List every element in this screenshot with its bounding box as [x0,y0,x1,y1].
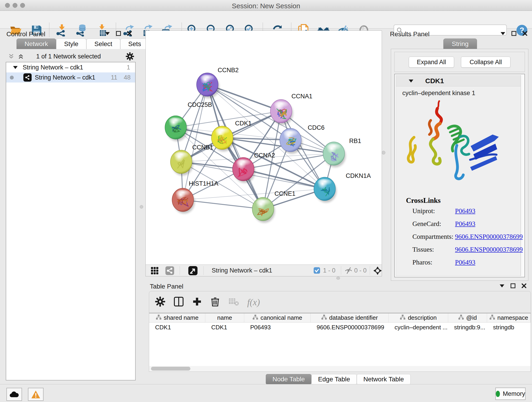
network-graph[interactable]: CCNB2CCNA1CDC25BCDK1CDC6RB1CCNB1CCNA2CDK… [146,31,382,264]
tab-network-table[interactable]: Network Table [357,374,411,385]
column-header-database-identifier[interactable]: database identifier [311,313,389,322]
crosslink-link[interactable]: P06493 [455,259,475,266]
network-list: String Network – cdk1 1 String Network –… [6,62,136,380]
table-cell[interactable]: stringdb:9... [448,322,487,332]
svg-text:CCNB2: CCNB2 [218,67,239,74]
entry-collapse-icon[interactable] [409,80,413,83]
network-row[interactable]: String Network – cdk1 11 48 [6,72,135,83]
create-column-plus-icon[interactable] [192,297,202,307]
cdk1-entry-header[interactable]: CDK1 [396,75,520,86]
crosslink-link[interactable]: P06493 [455,207,475,215]
column-header-label: canonical name [260,314,302,321]
birdseye-view-icon[interactable] [188,266,197,276]
network-column-icon [400,314,405,321]
show-columns-icon[interactable] [173,296,184,308]
crosslink-row: GeneCard:P06493 [396,220,520,231]
network-column-icon [489,314,495,321]
protein-structure-image [401,98,509,190]
table-horizontal-scrollbar[interactable] [149,366,531,371]
table-row[interactable]: CDK1CDK1P064939606.ENSP00000378699cyclin… [149,322,531,332]
cloud-status-button[interactable] [6,388,22,401]
svg-text:CCNA2: CCNA2 [254,152,275,159]
crosslink-link[interactable]: 9606.ENSP00000378699 [455,246,523,253]
column-header-canonical-name[interactable]: canonical name [244,313,311,322]
column-header-description[interactable]: description [389,313,448,322]
delete-column-trash-icon[interactable] [210,296,220,308]
panel-float-icon[interactable] [510,30,518,37]
expand-all-button[interactable]: Expand All [409,57,454,68]
table-cell[interactable]: 9606.ENSP00000378699 [311,322,389,332]
svg-text:CDKN1A: CDKN1A [346,172,371,179]
tab-string[interactable]: String [443,38,477,49]
panel-float-icon[interactable] [114,30,122,37]
network-collection-row[interactable]: String Network – cdk1 1 [6,62,135,72]
tab-node-table[interactable]: Node Table [266,374,311,385]
vertical-splitter-handle[interactable] [140,205,143,209]
vertical-splitter-handle[interactable] [382,151,385,154]
function-builder-icon: f(x) [247,297,260,307]
crosslink-label: Compartments: [412,233,453,240]
control-panel-title: Control Panel [6,31,45,38]
app-status-bar: Memory [0,384,532,402]
fit-selected-crosshair-icon[interactable] [373,266,382,276]
memory-status-dot-icon [496,391,500,397]
column-header--id[interactable]: @id [448,313,487,322]
panel-menu-icon[interactable] [499,30,507,37]
collection-count: 1 [127,64,130,71]
network-view-title: String Network – cdk1 [212,267,272,274]
table-cell[interactable]: cyclin–dependent ... [389,322,448,332]
network-selection-summary: 1 of 1 Network selected [0,53,137,60]
network-view-canvas[interactable]: CCNB2CCNA1CDC25BCDK1CDC6RB1CCNB1CCNA2CDK… [146,31,382,276]
results-panel: Results Panel String Expand All Collapse… [387,29,532,282]
gene-description: cyclin–dependent kinase 1 [402,89,475,97]
column-header-namespace[interactable]: namespace [487,313,531,322]
current-network-dot-icon [10,76,14,80]
collection-expand-icon[interactable] [13,66,18,69]
memory-label: Memory [503,390,525,397]
results-panel-title: Results Panel [390,31,430,38]
network-column-icon [253,314,258,321]
network-label: String Network – cdk1 [35,74,95,81]
tab-select[interactable]: Select [86,38,120,49]
collapse-all-button[interactable]: Collapse All [461,57,510,68]
cdk1-entry: CDK1 cyclin–dependent kinase 1 [396,75,521,276]
network-edge-count: 48 [124,74,131,81]
table-cell[interactable]: CDK1 [149,322,205,332]
column-header-name[interactable]: name [205,313,244,322]
column-header-shared-name[interactable]: shared name [149,313,205,322]
node-table: shared namenamecanonical namedatabase id… [149,313,531,371]
tab-sets[interactable]: Sets [120,38,149,49]
collection-label: String Network – cdk1 [23,64,83,71]
table-panel: Table Panel [144,282,532,384]
table-toolbar: f(x) [149,291,531,313]
svg-text:RB1: RB1 [349,138,361,144]
tab-style[interactable]: Style [56,38,86,49]
panel-close-icon[interactable] [521,30,529,37]
svg-text:CCNA1: CCNA1 [291,93,312,100]
panel-close-icon[interactable] [126,30,133,37]
crosslink-link[interactable]: 9606.ENSP00000378699 [455,233,523,240]
window-title: Session: New Session [0,2,532,10]
crosslink-link[interactable]: P06493 [455,220,475,228]
panel-float-icon[interactable] [509,282,517,289]
panel-menu-icon[interactable] [498,282,506,289]
network-options-gear-icon[interactable] [126,52,134,62]
svg-text:CCNB1: CCNB1 [192,144,213,151]
warnings-button[interactable] [28,388,44,401]
table-cell[interactable]: CDK1 [205,322,244,332]
memory-button[interactable]: Memory [495,388,526,400]
tab-network[interactable]: Network [17,38,56,49]
tab-edge-table[interactable]: Edge Table [311,374,357,385]
horizontal-splitter-handle[interactable] [336,277,340,280]
network-type-icon [23,73,32,82]
panel-close-icon[interactable] [520,282,528,289]
selected-checkbox-icon[interactable] [313,267,320,275]
table-settings-gear-icon[interactable] [155,297,165,307]
cloud-icon [9,391,19,398]
network-share-view-icon[interactable] [165,266,174,276]
column-header-label: namespace [497,314,528,321]
table-cell[interactable]: stringdb [487,322,531,332]
grid-view-icon[interactable] [151,267,158,275]
panel-menu-icon[interactable] [104,30,111,37]
table-cell[interactable]: P06493 [244,322,311,332]
